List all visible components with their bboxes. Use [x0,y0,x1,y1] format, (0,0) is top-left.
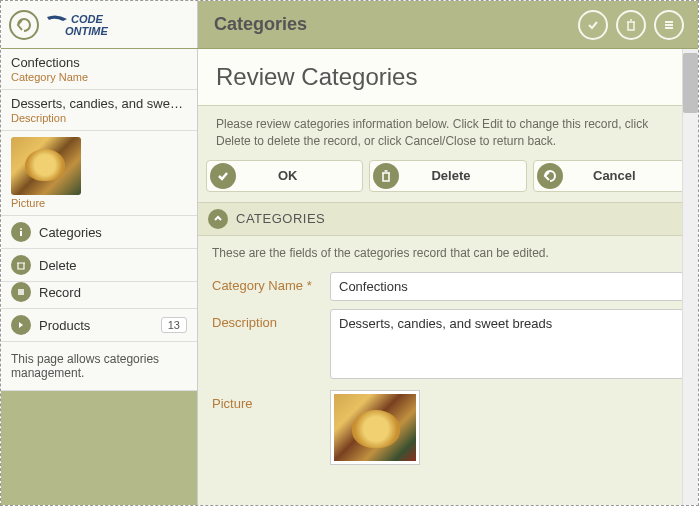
svg-text:CODE: CODE [71,13,103,25]
button-label: Delete [402,168,525,183]
section-description: These are the fields of the categories r… [198,236,698,268]
back-icon [537,163,563,189]
page-title: Categories [198,14,578,35]
menu-button[interactable] [654,10,684,40]
sidebar-item-label: Products [39,318,153,333]
svg-rect-3 [20,231,22,236]
field-label: Description [212,309,322,330]
section-header[interactable]: CATEGORIES [198,202,698,236]
svg-text:ONTIME: ONTIME [65,25,108,37]
svg-point-2 [20,228,22,230]
category-name-input[interactable] [330,272,684,301]
sidebar-item-label: Delete [39,258,187,273]
sidebar-value: Desserts, candies, and sweet... [11,96,187,111]
sidebar-item-delete[interactable]: Delete [1,249,197,282]
sidebar-picture[interactable]: Picture [1,131,197,216]
button-row: OK Delete Cancel [198,160,698,202]
sidebar-value: Confections [11,55,187,70]
header-left: CODE ONTIME [1,1,198,48]
field-label: Picture [212,390,322,411]
info-icon [11,222,31,242]
cancel-button[interactable]: Cancel [533,160,690,192]
sidebar-item-label: Categories [39,225,187,240]
check-icon [586,18,600,32]
confirm-button[interactable] [578,10,608,40]
picture-image [334,394,416,461]
button-label: Cancel [566,168,689,183]
menu-icon [11,282,31,302]
main-content: Review Categories Please review categori… [198,49,698,505]
sidebar-item-products[interactable]: Products 13 [1,309,197,342]
menu-icon [662,18,676,32]
chevron-up-icon [208,209,228,229]
section-title: CATEGORIES [236,211,325,226]
button-label: OK [239,168,362,183]
delete-header-button[interactable] [616,10,646,40]
logo-icon: CODE ONTIME [45,11,145,39]
sidebar-category-name[interactable]: Confections Category Name [1,49,197,90]
header-actions [578,10,698,40]
picture-thumbnail [11,137,81,195]
trash-icon [373,163,399,189]
back-arrow-icon [16,17,32,33]
sidebar-description[interactable]: Desserts, candies, and sweet... Descript… [1,90,197,131]
scrollbar-thumb[interactable] [683,53,698,113]
sidebar-item-label: Record [39,285,187,300]
vertical-scrollbar[interactable] [682,49,698,505]
delete-button[interactable]: Delete [369,160,526,192]
instructions-text: Please review categories information bel… [198,106,698,160]
form-row-category-name: Category Name * [198,268,698,305]
main-title-wrap: Review Categories [198,49,698,106]
sidebar-item-record[interactable]: Record [1,282,197,309]
products-badge: 13 [161,317,187,333]
ok-button[interactable]: OK [206,160,363,192]
back-button[interactable] [9,10,39,40]
arrow-right-icon [11,315,31,335]
sidebar: Confections Category Name Desserts, cand… [1,49,198,505]
sidebar-spacer [1,391,197,505]
field-label: Category Name * [212,272,322,293]
header: CODE ONTIME Categories [1,1,698,49]
check-icon [210,163,236,189]
form-row-picture: Picture [198,386,698,469]
form-row-description: Description [198,305,698,386]
logo: CODE ONTIME [45,11,145,39]
sidebar-label: Description [11,112,187,124]
trash-icon [11,255,31,275]
description-input[interactable] [330,309,684,379]
trash-icon [624,18,638,32]
sidebar-label: Category Name [11,71,187,83]
sidebar-label: Picture [11,197,187,209]
sidebar-help-text: This page allows categories management. [1,342,197,391]
main-title: Review Categories [216,63,680,91]
picture-preview[interactable] [330,390,420,465]
sidebar-item-categories[interactable]: Categories [1,216,197,249]
